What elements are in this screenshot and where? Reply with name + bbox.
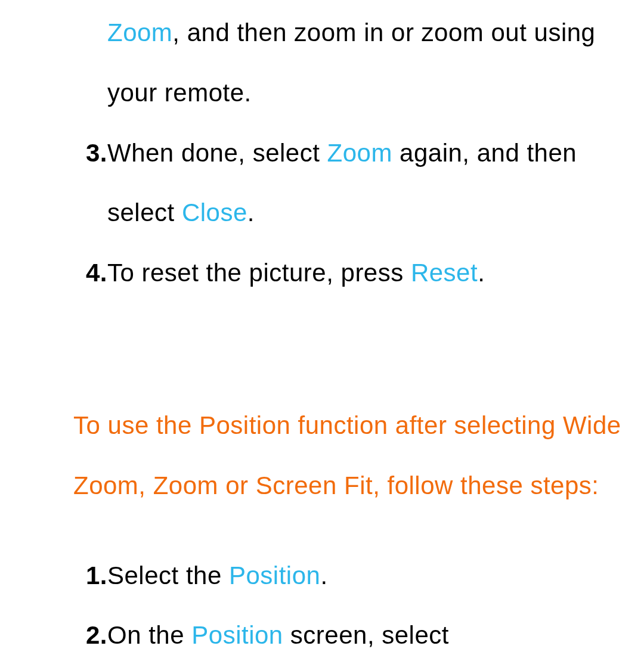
list-item: 1. Select the Position. xyxy=(3,546,641,606)
text-run: . xyxy=(247,198,255,226)
text-run: When done, select xyxy=(107,139,327,167)
list-item-body: On the Position screen, select xyxy=(107,606,641,658)
highlight-term: Reset xyxy=(411,259,478,287)
ordered-list-a: Zoom, and then zoom in or zoom out using… xyxy=(3,3,641,303)
list-marker: 2. xyxy=(3,606,107,658)
ordered-list-b: 1. Select the Position.2. On the Positio… xyxy=(3,546,641,658)
list-item-body: Select the Position. xyxy=(107,546,641,606)
highlight-term: Close xyxy=(182,198,247,226)
list-item: 3. When done, select Zoom again, and the… xyxy=(3,123,641,244)
text-run: Select the xyxy=(107,561,229,589)
text-run: screen, select xyxy=(283,621,449,649)
text-run: . xyxy=(478,259,485,287)
list-marker: 3. xyxy=(3,123,107,184)
highlight-term: Zoom xyxy=(107,18,172,46)
highlight-term: Position xyxy=(191,621,283,649)
highlight-term: Zoom xyxy=(327,139,392,167)
list-item-body: Zoom, and then zoom in or zoom out using… xyxy=(107,3,641,123)
document-page: Zoom, and then zoom in or zoom out using… xyxy=(0,0,644,658)
highlight-term: Position xyxy=(229,561,320,589)
list-item-body: When done, select Zoom again, and then s… xyxy=(107,123,641,244)
list-item: Zoom, and then zoom in or zoom out using… xyxy=(3,3,641,123)
text-run: . xyxy=(320,561,327,589)
list-marker: 4. xyxy=(3,243,107,303)
text-run: To reset the picture, press xyxy=(107,259,411,287)
text-run: On the xyxy=(107,621,191,649)
list-item-body: To reset the picture, press Reset. xyxy=(107,243,641,303)
list-item: 2. On the Position screen, select xyxy=(3,606,641,658)
list-item: 4. To reset the picture, press Reset. xyxy=(3,243,641,303)
list-marker: 1. xyxy=(3,546,107,606)
section-heading: To use the Position function after selec… xyxy=(73,396,629,516)
text-run: , and then zoom in or zoom out using you… xyxy=(107,18,595,107)
